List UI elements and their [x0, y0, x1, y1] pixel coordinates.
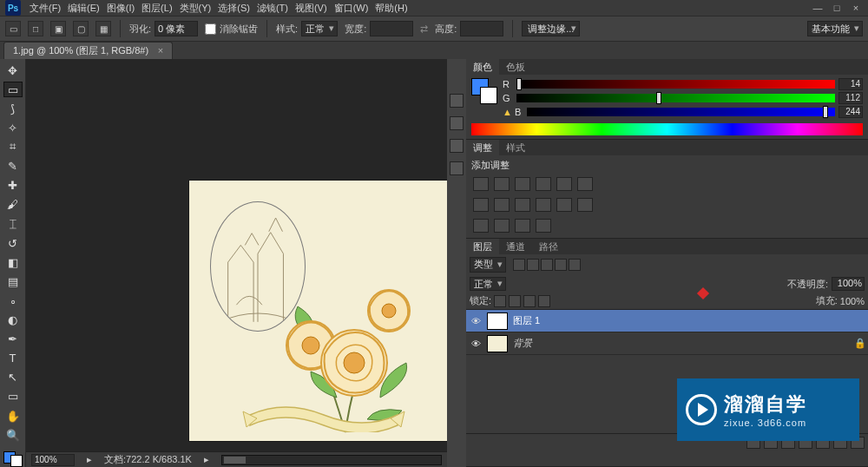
path-tool-icon[interactable]: ↖	[3, 370, 23, 385]
window-close[interactable]: ×	[849, 3, 863, 13]
tab-adjustments[interactable]: 调整	[466, 140, 499, 155]
character-panel-icon[interactable]	[450, 139, 464, 153]
window-minimize[interactable]: —	[811, 3, 825, 13]
brightness-icon[interactable]	[473, 177, 489, 191]
dodge-tool-icon[interactable]: ◐	[3, 312, 23, 327]
style-dropdown[interactable]: 正常	[301, 21, 338, 36]
subtract-selection-icon[interactable]: ▢	[73, 21, 89, 36]
channel-mixer-icon[interactable]	[515, 198, 530, 212]
stamp-tool-icon[interactable]: ⌶	[3, 216, 23, 232]
visibility-toggle[interactable]: 👁	[470, 339, 482, 349]
fill-value[interactable]: 100%	[840, 296, 865, 306]
tab-paths[interactable]: 路径	[532, 239, 565, 254]
move-tool-icon[interactable]: ✥	[3, 62, 23, 78]
gradient-tool-icon[interactable]: ▤	[3, 273, 23, 289]
b-slider[interactable]	[527, 108, 835, 116]
menu-window[interactable]: 窗口(W)	[334, 2, 369, 15]
new-selection-icon[interactable]: □	[28, 21, 43, 36]
color-swatch[interactable]	[3, 451, 23, 467]
layer-name[interactable]: 背景	[513, 337, 849, 350]
visibility-toggle[interactable]: 👁	[470, 316, 482, 326]
history-panel-icon[interactable]	[450, 94, 464, 108]
doc-info-expand-icon[interactable]: ▸	[204, 454, 209, 465]
lock-transparent-icon[interactable]	[494, 295, 506, 307]
refine-edge-button[interactable]: 调整边缘...	[522, 21, 580, 36]
blur-tool-icon[interactable]: ∘	[3, 293, 23, 308]
zoom-expand-icon[interactable]: ▸	[87, 454, 92, 465]
workspace-switcher[interactable]: 基本功能	[807, 21, 863, 36]
g-value[interactable]: 112	[838, 92, 863, 104]
tab-swatches[interactable]: 色板	[499, 59, 532, 75]
eraser-tool-icon[interactable]: ◧	[3, 254, 23, 270]
paragraph-panel-icon[interactable]	[450, 161, 464, 175]
window-maximize[interactable]: □	[830, 3, 844, 13]
wand-tool-icon[interactable]: ✧	[3, 120, 23, 135]
exposure-icon[interactable]	[536, 177, 551, 191]
intersect-selection-icon[interactable]: ▦	[95, 21, 111, 36]
document-tab[interactable]: 1.jpg @ 100% (图层 1, RGB/8#) ×	[3, 42, 173, 59]
color-spectrum[interactable]	[471, 123, 863, 135]
g-slider[interactable]	[516, 94, 835, 102]
crop-tool-icon[interactable]: ⌗	[3, 139, 23, 155]
antialias-checkbox[interactable]	[205, 23, 216, 35]
tab-styles[interactable]: 样式	[499, 140, 532, 155]
menu-type[interactable]: 类型(Y)	[180, 2, 212, 15]
layer-row-selected[interactable]: 👁 图层 1	[466, 310, 868, 332]
color-panel-swatch[interactable]	[471, 78, 497, 104]
lock-position-icon[interactable]	[523, 295, 536, 307]
threshold-icon[interactable]	[473, 219, 489, 233]
posterize-icon[interactable]	[577, 198, 593, 212]
curves-icon[interactable]	[515, 177, 530, 191]
tab-layers[interactable]: 图层	[466, 239, 499, 254]
lock-all-icon[interactable]	[538, 295, 550, 307]
adj-extra-icon[interactable]	[536, 219, 551, 233]
zoom-tool-icon[interactable]: 🔍	[3, 427, 23, 443]
r-slider[interactable]	[516, 80, 835, 89]
filter-smart-icon[interactable]	[569, 259, 581, 271]
filter-pixel-icon[interactable]	[513, 259, 525, 271]
background-color[interactable]	[10, 455, 23, 467]
menu-layer[interactable]: 图层(L)	[141, 2, 172, 15]
menu-select[interactable]: 选择(S)	[218, 2, 250, 15]
document-canvas[interactable]: 人間牡丹開 我夢春山空 憶鄉 情	[189, 181, 447, 441]
type-tool-icon[interactable]: T	[3, 351, 23, 366]
vibrance-icon[interactable]	[556, 177, 572, 191]
brush-tool-icon[interactable]: 🖌	[3, 197, 23, 213]
tab-channels[interactable]: 通道	[499, 239, 532, 254]
layer-filter-kind[interactable]: 类型	[470, 257, 506, 273]
canvas-area[interactable]: 人間牡丹開 我夢春山空 憶鄉 情	[26, 59, 447, 467]
shape-tool-icon[interactable]: ▭	[3, 389, 23, 405]
hand-tool-icon[interactable]: ✋	[3, 408, 23, 424]
menu-filter[interactable]: 滤镜(T)	[257, 2, 288, 15]
add-selection-icon[interactable]: ▣	[50, 21, 66, 36]
layer-thumbnail[interactable]	[487, 312, 508, 330]
document-tab-close[interactable]: ×	[158, 45, 163, 56]
heal-tool-icon[interactable]: ✚	[3, 178, 23, 194]
b-value[interactable]: 244	[838, 106, 863, 118]
layer-name[interactable]: 图层 1	[513, 314, 865, 327]
eyedropper-tool-icon[interactable]: ✎	[3, 159, 23, 174]
feather-input[interactable]	[155, 21, 198, 36]
pen-tool-icon[interactable]: ✒	[3, 332, 23, 347]
tab-color[interactable]: 颜色	[466, 59, 499, 75]
color-lookup-icon[interactable]	[536, 198, 551, 212]
gradient-map-icon[interactable]	[494, 219, 510, 233]
r-value[interactable]: 14	[838, 78, 863, 90]
filter-adjust-icon[interactable]	[527, 259, 539, 271]
filter-shape-icon[interactable]	[555, 259, 567, 271]
levels-icon[interactable]	[494, 177, 510, 191]
opacity-value[interactable]: 100%	[832, 277, 865, 291]
layer-row-background[interactable]: 👁 背景 🔒	[466, 332, 868, 355]
lasso-tool-icon[interactable]: ⟆	[3, 101, 23, 116]
menu-help[interactable]: 帮助(H)	[375, 2, 407, 15]
photo-filter-icon[interactable]	[494, 198, 510, 212]
zoom-input[interactable]	[31, 454, 75, 466]
marquee-tool-icon[interactable]: ▭	[3, 82, 23, 97]
actions-panel-icon[interactable]	[450, 116, 464, 130]
menu-image[interactable]: 图像(I)	[107, 2, 135, 15]
marquee-preset-icon[interactable]: ▭	[5, 21, 21, 36]
menu-view[interactable]: 视图(V)	[295, 2, 327, 15]
invert-icon[interactable]	[556, 198, 572, 212]
menu-file[interactable]: 文件(F)	[30, 2, 61, 15]
selective-color-icon[interactable]	[515, 219, 530, 233]
